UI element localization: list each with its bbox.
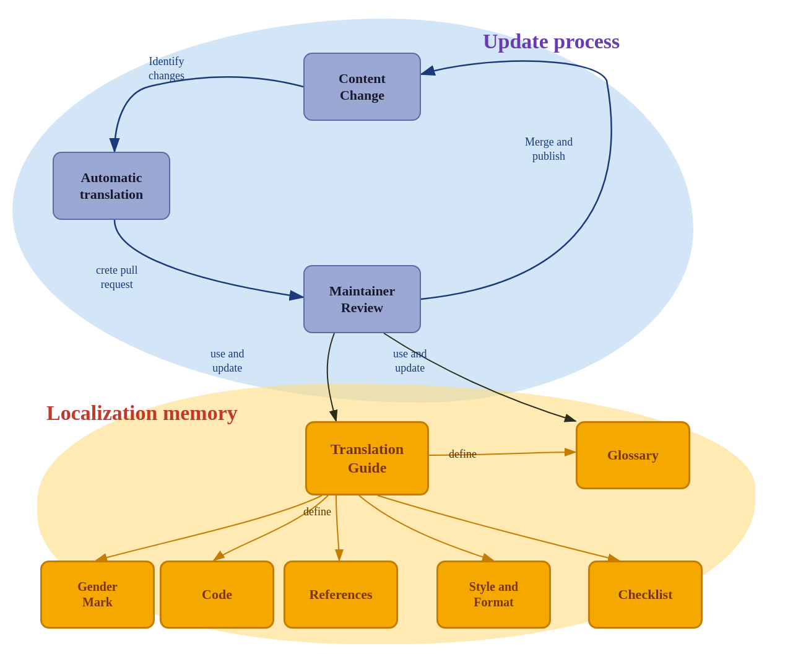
use-and-update-right-label: use andupdate [393, 347, 427, 376]
maintainer-review-box: MaintainerReview [303, 265, 421, 333]
identify-changes-label: Identifychanges [149, 55, 184, 84]
code-box: Code [160, 561, 274, 629]
define-bottom-label: define [303, 505, 331, 519]
crete-pull-request-label: crete pullrequest [96, 263, 137, 292]
checklist-box: Checklist [588, 561, 703, 629]
define-right-label: define [449, 447, 477, 461]
diagram-canvas: Update process Localization memory [0, 0, 793, 672]
content-change-box: ContentChange [303, 53, 421, 121]
translation-guide-box: TranslationGuide [305, 421, 429, 495]
update-process-title: Update process [483, 30, 620, 53]
references-box: References [284, 561, 398, 629]
use-and-update-left-label: use andupdate [210, 347, 244, 376]
gender-mark-box: GenderMark [40, 561, 155, 629]
glossary-box: Glossary [576, 421, 690, 489]
localization-memory-title: Localization memory [46, 401, 238, 425]
style-format-box: Style andFormat [436, 561, 551, 629]
automatic-translation-box: Automatictranslation [53, 152, 170, 220]
merge-publish-label: Merge andpublish [525, 135, 573, 164]
